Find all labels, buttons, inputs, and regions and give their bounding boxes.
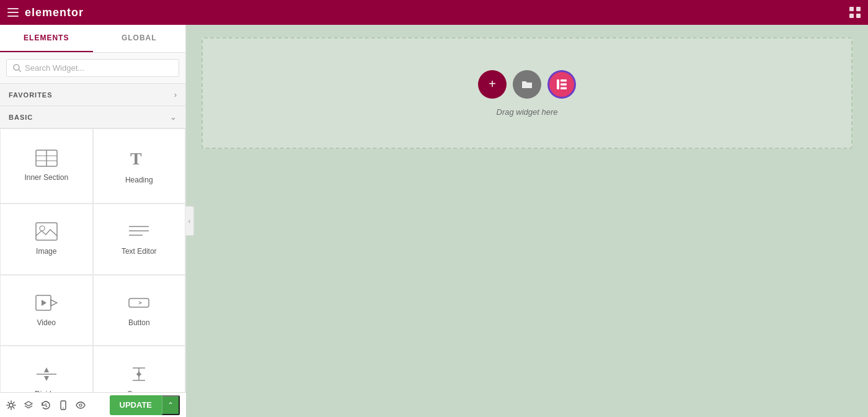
heading-label: Heading — [125, 176, 153, 184]
header-logo: elementor — [25, 6, 84, 19]
grid-icon[interactable] — [849, 7, 861, 18]
svg-marker-32 — [25, 401, 32, 406]
favorites-label: FAVORITES — [9, 91, 53, 99]
image-icon — [35, 222, 58, 241]
widget-heading[interactable]: T Heading — [93, 128, 186, 204]
chevron-down-icon: ⌄ — [170, 112, 177, 122]
svg-rect-5 — [849, 14, 854, 18]
update-button-arrow[interactable]: ⌃ — [162, 395, 180, 415]
spacer-icon — [128, 365, 150, 383]
svg-rect-4 — [856, 7, 861, 11]
favorites-section-header[interactable]: FAVORITES › — [0, 84, 185, 106]
svg-rect-40 — [560, 83, 567, 86]
search-container — [0, 53, 185, 84]
svg-rect-3 — [849, 7, 854, 11]
widget-inner-section[interactable]: Inner Section — [0, 128, 93, 204]
bottom-toolbar: UPDATE ⌃ — [0, 392, 186, 417]
inner-section-label: Inner Section — [24, 173, 68, 182]
tab-elements[interactable]: ELEMENTS — [0, 25, 93, 52]
search-icon — [13, 64, 21, 72]
folder-button[interactable] — [513, 70, 541, 99]
hamburger-icon[interactable] — [7, 8, 19, 17]
divider-icon — [35, 365, 58, 383]
layers-icon[interactable] — [24, 400, 33, 410]
drag-hint: Drag widget here — [497, 107, 558, 117]
header-left: elementor — [7, 6, 84, 19]
svg-marker-30 — [136, 374, 141, 377]
video-icon — [35, 294, 58, 312]
drop-zone: + Drag widget here — [202, 37, 852, 149]
svg-line-8 — [19, 70, 21, 72]
update-button[interactable]: UPDATE ⌃ — [110, 395, 180, 415]
button-label: Button — [128, 318, 150, 327]
svg-text:T: T — [130, 149, 142, 168]
svg-rect-0 — [7, 8, 19, 9]
svg-marker-20 — [51, 300, 57, 306]
svg-rect-41 — [560, 87, 567, 89]
svg-rect-2 — [7, 16, 19, 17]
history-icon[interactable] — [41, 400, 51, 410]
svg-point-31 — [9, 403, 13, 407]
collapse-handle[interactable]: ‹ — [185, 206, 194, 236]
update-button-label[interactable]: UPDATE — [110, 396, 162, 414]
header-right — [849, 7, 861, 18]
svg-point-37 — [79, 404, 82, 406]
image-label: Image — [36, 247, 56, 256]
widget-image[interactable]: Image — [0, 204, 93, 275]
svg-marker-21 — [42, 300, 46, 306]
widget-video[interactable]: Video — [0, 275, 93, 346]
svg-point-36 — [63, 407, 64, 408]
inner-section-icon — [35, 150, 58, 167]
basic-section-header[interactable]: BASIC ⌄ — [0, 106, 185, 128]
svg-rect-39 — [560, 79, 567, 82]
settings-icon[interactable] — [6, 400, 16, 410]
canvas-area: + Drag widget here — [186, 25, 868, 417]
video-label: Video — [37, 318, 56, 327]
svg-rect-14 — [36, 223, 57, 240]
sidebar: ELEMENTS GLOBAL FAVORITES › BASIC — [0, 25, 186, 417]
svg-rect-1 — [7, 12, 19, 13]
collapse-icon: ‹ — [188, 218, 190, 225]
svg-rect-38 — [557, 79, 559, 89]
widget-button[interactable]: Button — [93, 275, 186, 346]
elementor-widget-button[interactable] — [547, 70, 576, 99]
search-input[interactable] — [25, 63, 172, 73]
svg-rect-22 — [129, 298, 149, 307]
text-editor-label: Text Editor — [122, 247, 157, 256]
widget-text-editor[interactable]: Text Editor — [93, 204, 186, 275]
svg-marker-25 — [44, 376, 49, 381]
mobile-icon[interactable] — [58, 400, 68, 410]
text-editor-icon — [128, 222, 150, 241]
widget-grid: Inner Section T Heading — [0, 128, 185, 417]
tab-global[interactable]: GLOBAL — [93, 25, 186, 52]
main-layout: ELEMENTS GLOBAL FAVORITES › BASIC — [0, 25, 868, 417]
chevron-right-icon: › — [174, 90, 177, 99]
basic-label: BASIC — [9, 114, 33, 121]
button-icon — [128, 294, 150, 312]
svg-marker-24 — [44, 367, 49, 372]
eye-icon[interactable] — [76, 400, 86, 410]
header: elementor — [0, 0, 868, 25]
svg-rect-6 — [856, 14, 861, 18]
svg-point-15 — [40, 226, 45, 231]
heading-icon: T — [128, 147, 150, 169]
widget-buttons: + — [478, 70, 576, 99]
tabs: ELEMENTS GLOBAL — [0, 25, 185, 53]
svg-line-34 — [46, 406, 47, 407]
search-input-wrapper — [6, 59, 179, 77]
add-widget-button[interactable]: + — [478, 70, 507, 99]
